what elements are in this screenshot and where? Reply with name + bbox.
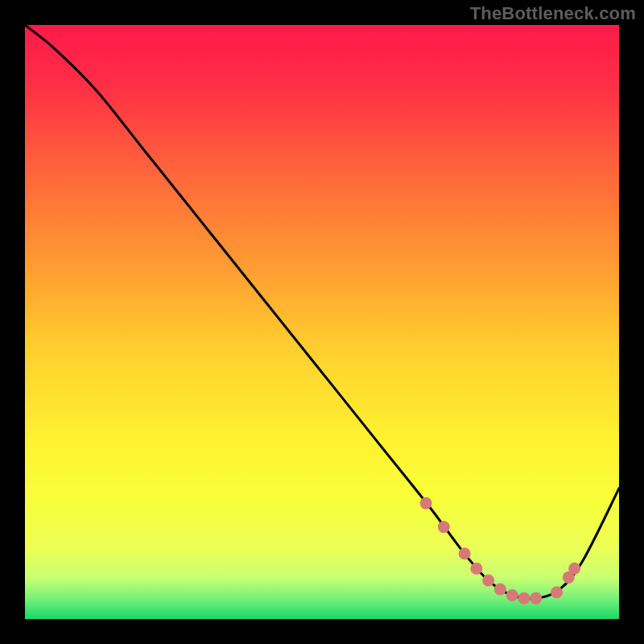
bottleneck-curve [25, 25, 619, 599]
marker-dot [518, 592, 530, 605]
marker-dots [420, 497, 581, 605]
marker-dot [494, 584, 506, 596]
marker-dot [568, 563, 580, 575]
plot-area [25, 25, 619, 619]
marker-dot [459, 547, 471, 559]
marker-dot [470, 563, 482, 575]
watermark-text: TheBottleneck.com [470, 3, 636, 24]
marker-dot [551, 586, 563, 598]
marker-dot [482, 575, 494, 587]
marker-dot [506, 589, 518, 601]
marker-dot [530, 592, 542, 605]
curve-layer [25, 25, 619, 619]
chart-frame: TheBottleneck.com [0, 0, 644, 644]
marker-dot [438, 521, 450, 533]
marker-dot [420, 497, 432, 510]
